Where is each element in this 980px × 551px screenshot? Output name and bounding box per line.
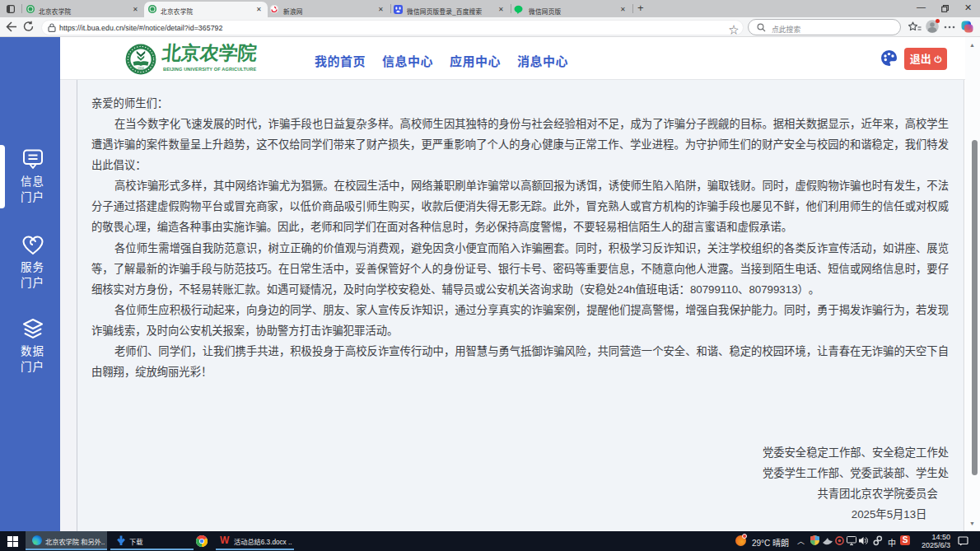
svg-text:1956: 1956 — [138, 67, 144, 70]
